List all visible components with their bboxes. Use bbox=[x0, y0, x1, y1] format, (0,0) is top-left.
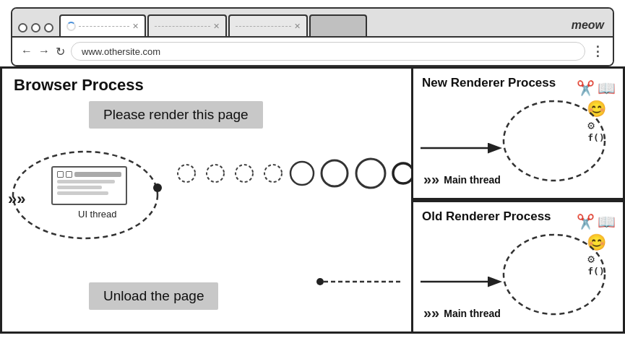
chevron-new: »» bbox=[423, 171, 439, 188]
svg-point-4 bbox=[207, 165, 224, 182]
book-icon: 📖 bbox=[598, 79, 616, 97]
ui-icon-fwd bbox=[66, 171, 72, 178]
chevron-old: »» bbox=[423, 305, 439, 321]
nav-refresh[interactable]: ↻ bbox=[56, 45, 65, 58]
svg-point-7 bbox=[290, 162, 314, 185]
ui-line-2 bbox=[57, 186, 102, 189]
svg-text:»»: »» bbox=[8, 190, 25, 208]
window-controls bbox=[18, 23, 53, 36]
browser-ui-icon bbox=[51, 166, 127, 205]
browser-process-panel: Browser Process Please render this page … bbox=[0, 66, 413, 334]
ui-thread-label: UI thread bbox=[78, 209, 116, 220]
tab-close-3[interactable]: ✕ bbox=[294, 22, 301, 31]
tab-close-2[interactable]: ✕ bbox=[213, 22, 220, 31]
message-unload: Unload the page bbox=[89, 282, 218, 310]
new-renderer-icons: ✂️ 📖 😊 ⚙f() bbox=[577, 79, 616, 143]
old-renderer-thread: »» Main thread bbox=[423, 305, 501, 321]
svg-point-5 bbox=[236, 165, 253, 182]
book-icon-old: 📖 bbox=[598, 213, 616, 230]
browser-process-title: Browser Process bbox=[2, 69, 411, 95]
svg-point-10 bbox=[393, 163, 411, 183]
old-renderer-icon-row: ✂️ 📖 bbox=[577, 213, 616, 230]
svg-point-3 bbox=[178, 165, 195, 182]
tab-content-line bbox=[79, 26, 129, 27]
old-main-thread-label: Main thread bbox=[444, 308, 501, 319]
svg-point-2 bbox=[153, 183, 162, 192]
ui-line-3 bbox=[57, 191, 108, 195]
svg-point-11 bbox=[316, 278, 324, 285]
window-btn-3[interactable] bbox=[44, 23, 53, 32]
new-renderer-icon-row: ✂️ 📖 bbox=[577, 79, 616, 97]
tab-active[interactable] bbox=[309, 14, 367, 36]
ui-icon-back bbox=[57, 171, 64, 178]
ui-line-1 bbox=[57, 180, 115, 183]
tab-close-1[interactable]: ✕ bbox=[132, 22, 139, 31]
tab-spinner bbox=[66, 22, 76, 31]
new-renderer-thread: »» Main thread bbox=[423, 171, 501, 188]
tab-2[interactable]: ✕ bbox=[147, 14, 227, 36]
svg-point-9 bbox=[356, 159, 385, 188]
tab-loading[interactable]: ✕ bbox=[59, 14, 146, 36]
new-renderer-face: 😊 bbox=[587, 100, 606, 118]
window-btn-2[interactable] bbox=[31, 23, 40, 32]
tab3-content bbox=[236, 26, 291, 27]
window-btn-1[interactable] bbox=[18, 23, 27, 32]
svg-point-8 bbox=[322, 160, 348, 186]
nav-forward[interactable]: → bbox=[38, 45, 50, 58]
meow-label: meow bbox=[572, 19, 604, 36]
tab-3[interactable]: ✕ bbox=[228, 14, 308, 36]
svg-point-6 bbox=[264, 165, 282, 182]
right-panels: New Renderer Process ✂️ 📖 😊 ⚙f() bbox=[413, 66, 625, 334]
address-bar[interactable] bbox=[71, 42, 585, 61]
old-renderer-icons: ✂️ 📖 😊 ⚙f() bbox=[577, 213, 616, 277]
old-renderer-face: 😊 bbox=[587, 233, 606, 252]
scissors-icon: ✂️ bbox=[577, 79, 595, 97]
old-renderer-tree: ⚙f() bbox=[587, 254, 604, 277]
message-render: Please render this page bbox=[89, 101, 263, 129]
tab2-content bbox=[155, 26, 210, 27]
ui-address-bar bbox=[74, 172, 121, 177]
old-renderer-panel: Old Renderer Process ✂️ 📖 😊 ⚙f() »» Main bbox=[413, 200, 625, 334]
nav-back[interactable]: ← bbox=[21, 45, 33, 58]
scissors-icon-old: ✂️ bbox=[577, 213, 595, 230]
new-renderer-tree: ⚙f() bbox=[587, 120, 604, 143]
menu-dots[interactable]: ⋮ bbox=[591, 43, 604, 59]
new-renderer-panel: New Renderer Process ✂️ 📖 😊 ⚙f() bbox=[413, 66, 625, 200]
new-main-thread-label: Main thread bbox=[444, 174, 501, 186]
